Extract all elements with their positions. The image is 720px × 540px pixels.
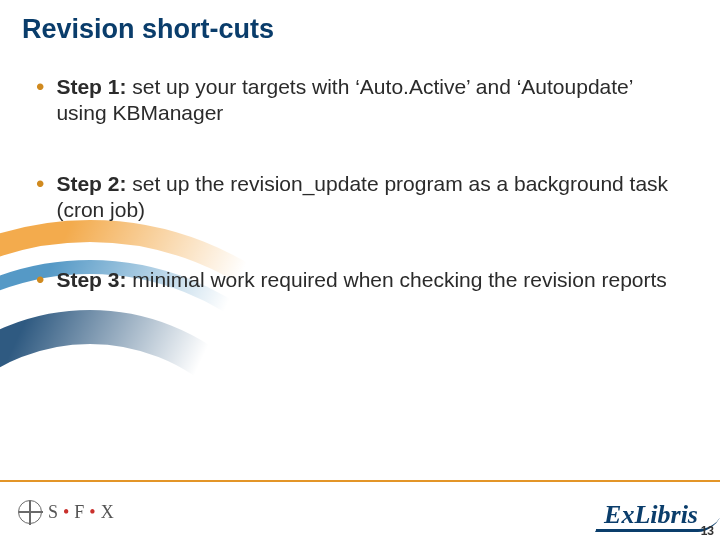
- sfx-logo: S•F•X: [18, 500, 115, 524]
- bullet-text: Step 1: set up your targets with ‘Auto.A…: [56, 74, 676, 127]
- bullet-body: minimal work required when checking the …: [126, 268, 666, 291]
- bullet-label: Step 1:: [56, 75, 126, 98]
- exlibris-logo: ExLibris: [604, 500, 698, 530]
- bullet-label: Step 2:: [56, 172, 126, 195]
- bullet-body: set up the revision_update program as a …: [56, 172, 668, 221]
- list-item: • Step 3: minimal work required when che…: [36, 267, 676, 293]
- bullet-label: Step 3:: [56, 268, 126, 291]
- bullet-icon: •: [36, 267, 44, 293]
- globe-icon: [18, 500, 42, 524]
- bullet-icon: •: [36, 74, 44, 100]
- bullet-body: set up your targets with ‘Auto.Active’ a…: [56, 75, 632, 124]
- list-item: • Step 1: set up your targets with ‘Auto…: [36, 74, 676, 127]
- footer-bar: S•F•X ExLibris 13: [0, 480, 720, 540]
- bullet-text: Step 3: minimal work required when check…: [56, 267, 676, 293]
- bullet-icon: •: [36, 171, 44, 197]
- page-number: 13: [701, 524, 714, 538]
- bullet-list: • Step 1: set up your targets with ‘Auto…: [36, 74, 676, 337]
- bullet-text: Step 2: set up the revision_update progr…: [56, 171, 676, 224]
- list-item: • Step 2: set up the revision_update pro…: [36, 171, 676, 224]
- sfx-letters: S•F•X: [48, 502, 115, 523]
- slide-title: Revision short-cuts: [22, 14, 274, 45]
- slide: Revision short-cuts • Step 1: set up you…: [0, 0, 720, 540]
